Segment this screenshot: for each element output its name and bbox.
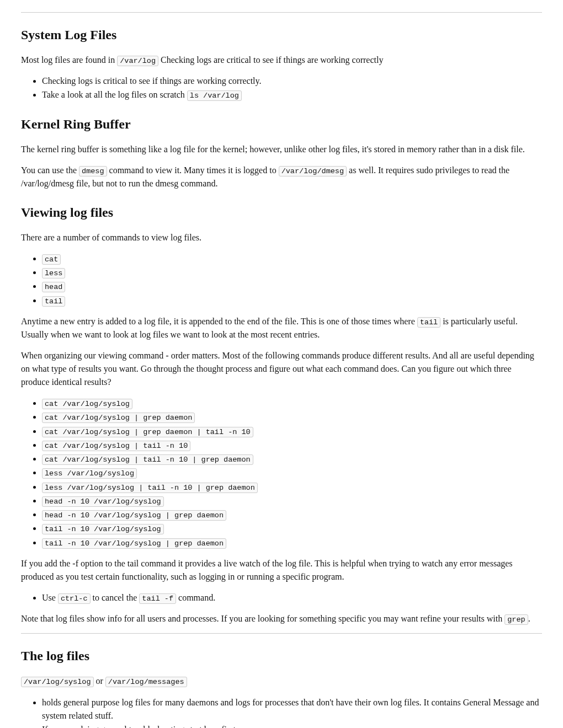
list-item: cat /var/log/syslog — [42, 397, 542, 410]
heading-the-log-files: The log files — [21, 646, 542, 666]
text: Anytime a new entry is added to a log fi… — [21, 317, 417, 326]
text: command. — [176, 593, 215, 602]
list-item: tail -n 10 /var/log/syslog — [42, 522, 542, 535]
code-example: head -n 10 /var/log/syslog | grep daemon — [42, 510, 226, 521]
text: Take a look at all the log files on scra… — [42, 90, 187, 99]
divider — [21, 12, 542, 13]
list-item: head — [42, 280, 542, 293]
divider — [21, 633, 542, 634]
code-grep: grep — [504, 614, 528, 625]
text: Checking logs are critical to see if thi… — [158, 55, 383, 65]
text: command to view it. Many times it is log… — [107, 165, 279, 175]
ctrl-c-bullet: Use ctrl-c to cancel the tail -f command… — [21, 591, 542, 604]
paragraph: /var/log/syslog or /var/log/messages — [21, 675, 542, 688]
code-example: cat /var/log/syslog | tail -n 10 | grep … — [42, 454, 253, 465]
list-item: Use ctrl-c to cancel the tail -f command… — [42, 591, 542, 604]
system-log-bullets: Checking logs is critical to see if thin… — [21, 74, 542, 101]
code-head: head — [42, 282, 65, 292]
code-less: less — [42, 268, 65, 279]
text: You can use the — [21, 165, 79, 175]
code-example: cat /var/log/syslog | grep daemon | tail… — [42, 427, 253, 437]
list-item: less — [42, 266, 542, 279]
code-example: tail -n 10 /var/log/syslog | grep daemon — [42, 538, 226, 549]
code-syslog: /var/log/syslog — [21, 677, 94, 687]
code-example: less /var/log/syslog | tail -n 10 | grep… — [42, 483, 258, 493]
heading-viewing-log-files: Viewing log files — [21, 202, 542, 222]
code-tail-f: tail -f — [139, 593, 176, 604]
code-cat: cat — [42, 254, 61, 265]
list-item: head -n 10 /var/log/syslog — [42, 494, 542, 507]
list-item: cat /var/log/syslog | grep daemon | tail… — [42, 425, 542, 438]
log-files-bullets: holds general purpose log files for many… — [21, 696, 542, 729]
paragraph: If you add the -f option to the tail com… — [21, 557, 542, 584]
code-dmesg: dmesg — [79, 166, 107, 176]
list-item: holds general purpose log files for many… — [42, 696, 542, 722]
code-example: cat /var/log/syslog | grep daemon — [42, 413, 195, 423]
paragraph: The kernel ring buffer is something like… — [21, 143, 542, 156]
code-ctrl-c: ctrl-c — [58, 593, 91, 604]
paragraph: You can use the dmesg command to view it… — [21, 164, 542, 190]
code-example: head -n 10 /var/log/syslog — [42, 496, 164, 507]
code-var-log-dmesg: /var/log/dmesg — [279, 166, 347, 176]
list-item: cat /var/log/syslog | tail -n 10 | grep … — [42, 452, 542, 465]
code-messages: /var/log/messages — [105, 677, 187, 687]
list-item: cat /var/log/syslog | grep daemon — [42, 410, 542, 424]
text: . — [528, 614, 530, 623]
text: Note that log files show info for all us… — [21, 614, 504, 623]
list-item: less /var/log/syslog | tail -n 10 | grep… — [42, 480, 542, 494]
list-item: tail — [42, 294, 542, 307]
code-var-log: /var/log — [117, 56, 158, 66]
list-item: cat — [42, 252, 542, 265]
text: Use — [42, 593, 58, 602]
list-item: If you are doing general troubleshooting… — [42, 723, 542, 729]
paragraph: There are a number of commands to view l… — [21, 231, 542, 244]
list-item: less /var/log/syslog — [42, 466, 542, 479]
code-tail-inline: tail — [417, 317, 440, 328]
text: to cancel the — [91, 593, 140, 602]
intro-paragraph: Most log files are found in /var/log Che… — [21, 53, 542, 67]
code-example: tail -n 10 /var/log/syslog — [42, 524, 164, 534]
list-item: Checking logs is critical to see if thin… — [42, 74, 542, 88]
paragraph: When organizing our viewing command - or… — [21, 349, 542, 389]
list-item: head -n 10 /var/log/syslog | grep daemon — [42, 508, 542, 521]
list-item: tail -n 10 /var/log/syslog | grep daemon — [42, 536, 542, 549]
command-examples-list: cat /var/log/syslog cat /var/log/syslog … — [21, 397, 542, 549]
code-example: less /var/log/syslog — [42, 468, 137, 479]
text: or — [94, 676, 105, 686]
text: Most log files are found in — [21, 55, 117, 65]
code-tail: tail — [42, 296, 65, 307]
heading-kernel-ring-buffer: Kernel Ring Buffer — [21, 114, 542, 134]
code-ls-var-log: ls /var/log — [187, 90, 242, 101]
list-item: cat /var/log/syslog | tail -n 10 — [42, 438, 542, 452]
view-commands-list: cat less head tail — [21, 252, 542, 307]
paragraph: Anytime a new entry is added to a log fi… — [21, 315, 542, 341]
list-item: Take a look at all the log files on scra… — [42, 88, 542, 101]
heading-system-log-files: System Log Files — [21, 25, 542, 45]
paragraph: Note that log files show info for all us… — [21, 612, 542, 625]
code-example: cat /var/log/syslog | tail -n 10 — [42, 441, 190, 451]
code-example: cat /var/log/syslog — [42, 399, 132, 409]
